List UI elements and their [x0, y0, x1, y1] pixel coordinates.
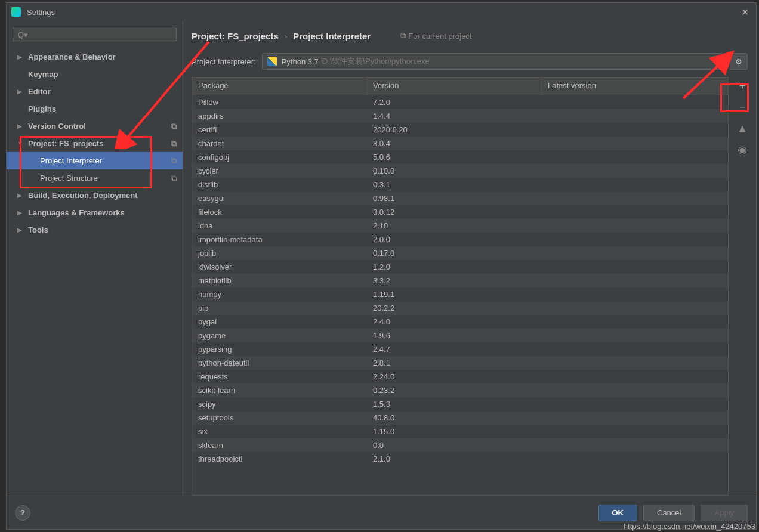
cell-package: matplotlib [192, 276, 367, 285]
dialog-body: Q▾ ▶Appearance & BehaviorKeymap▶EditorPl… [7, 21, 756, 496]
watermark: https://blog.csdn.net/weixin_42420753 [624, 522, 755, 531]
cell-package: idna [192, 221, 367, 230]
window-title: Settings [27, 8, 55, 17]
gear-icon: ⚙ [735, 57, 742, 66]
sidebar-item-editor[interactable]: ▶Editor [7, 83, 183, 100]
table-row[interactable]: setuptools40.8.0 [192, 411, 728, 425]
sidebar: Q▾ ▶Appearance & BehaviorKeymap▶EditorPl… [7, 21, 183, 496]
cell-version: 3.3.2 [367, 276, 542, 285]
breadcrumb: Project: FS_projects › Project Interpret… [183, 21, 756, 42]
cell-version: 1.15.0 [367, 427, 542, 436]
col-version[interactable]: Version [367, 78, 542, 95]
table-row[interactable]: importlib-metadata2.0.0 [192, 233, 728, 246]
cell-version: 20.2.2 [367, 304, 542, 313]
table-row[interactable]: cycler0.10.0 [192, 164, 728, 178]
sidebar-item-appearance-behavior[interactable]: ▶Appearance & Behavior [7, 48, 183, 66]
table-row[interactable]: threadpoolctl2.1.0 [192, 452, 728, 466]
cell-package: requests [192, 372, 367, 381]
table-row[interactable]: configobj5.0.6 [192, 150, 728, 164]
search-input[interactable]: Q▾ [13, 27, 177, 42]
show-early-releases-button[interactable]: ◉ [734, 141, 751, 158]
sidebar-item-project-structure[interactable]: Project Structure⧉ [7, 169, 183, 187]
upgrade-package-button[interactable]: ▲ [734, 120, 751, 137]
cell-version: 7.2.0 [367, 98, 542, 107]
content-pane: Project: FS_projects › Project Interpret… [183, 21, 756, 496]
cell-package: pip [192, 304, 367, 313]
table-row[interactable]: six1.15.0 [192, 425, 728, 438]
sidebar-item-label: Plugins [28, 104, 56, 113]
cell-package: numpy [192, 290, 367, 299]
cancel-button[interactable]: Cancel [643, 505, 695, 521]
close-icon[interactable]: ✕ [739, 4, 751, 20]
cell-version: 2020.6.20 [367, 125, 542, 134]
help-button[interactable]: ? [15, 505, 30, 521]
gear-button[interactable]: ⚙ [730, 53, 748, 70]
expand-arrow-icon: ▶ [17, 88, 24, 95]
cell-version: 2.8.1 [367, 358, 542, 367]
breadcrumb-project[interactable]: Project: FS_projects [192, 31, 279, 41]
settings-tree: ▶Appearance & BehaviorKeymap▶EditorPlugi… [7, 45, 183, 496]
table-row[interactable]: numpy1.19.1 [192, 287, 728, 301]
sidebar-item-project-interpreter[interactable]: Project Interpreter⧉ [7, 152, 183, 169]
table-header: Package Version Latest version [192, 78, 728, 95]
sidebar-item-build-execution-deployment[interactable]: ▶Build, Execution, Deployment [7, 187, 183, 204]
cell-package: distlib [192, 180, 367, 189]
interpreter-path: D:\软件安装\Python\python.exe [322, 56, 430, 67]
table-row[interactable]: certifi2020.6.20 [192, 123, 728, 137]
sidebar-item-keymap[interactable]: Keymap [7, 66, 183, 83]
cell-package: sklearn [192, 441, 367, 450]
remove-package-button[interactable]: － [734, 98, 751, 115]
table-body[interactable]: Pillow7.2.0appdirs1.4.4certifi2020.6.20c… [192, 95, 728, 495]
cell-version: 0.10.0 [367, 166, 542, 175]
copy-icon: ⧉ [400, 31, 406, 41]
add-package-button[interactable]: ＋ [734, 77, 751, 94]
sidebar-item-tools[interactable]: ▶Tools [7, 221, 183, 239]
sidebar-item-plugins[interactable]: Plugins [7, 100, 183, 117]
table-row[interactable]: distlib0.3.1 [192, 178, 728, 191]
cell-version: 2.4.7 [367, 345, 542, 354]
sidebar-item-project-fs-projects[interactable]: ▼Project: FS_projects⧉ [7, 135, 183, 152]
expand-arrow-icon: ▶ [17, 192, 24, 199]
interpreter-select[interactable]: Python 3.7 D:\软件安装\Python\python.exe ▼ [262, 53, 724, 70]
table-row[interactable]: chardet3.0.4 [192, 137, 728, 150]
sidebar-item-label: Version Control [28, 122, 86, 131]
interpreter-name: Python 3.7 [282, 57, 319, 66]
cell-package: python-dateutil [192, 358, 367, 367]
table-row[interactable]: idna2.10 [192, 219, 728, 233]
apply-button[interactable]: Apply [701, 505, 748, 521]
python-icon [267, 57, 277, 66]
table-row[interactable]: joblib0.17.0 [192, 246, 728, 260]
sidebar-item-version-control[interactable]: ▶Version Control⧉ [7, 117, 183, 135]
interpreter-label: Project Interpreter: [192, 57, 256, 66]
interpreter-row: Project Interpreter: Python 3.7 D:\软件安装\… [183, 42, 756, 77]
table-row[interactable]: filelock3.0.12 [192, 205, 728, 219]
table-row[interactable]: pyparsing2.4.7 [192, 342, 728, 356]
cell-package: appdirs [192, 112, 367, 120]
table-row[interactable]: kiwisolver1.2.0 [192, 260, 728, 274]
ok-button[interactable]: OK [598, 505, 638, 521]
table-row[interactable]: pygal2.4.0 [192, 315, 728, 329]
table-row[interactable]: appdirs1.4.4 [192, 109, 728, 123]
sidebar-item-languages-frameworks[interactable]: ▶Languages & Frameworks [7, 204, 183, 221]
col-latest[interactable]: Latest version [542, 78, 728, 95]
table-row[interactable]: python-dateutil2.8.1 [192, 356, 728, 370]
cell-version: 1.2.0 [367, 262, 542, 271]
table-row[interactable]: Pillow7.2.0 [192, 95, 728, 109]
table-row[interactable]: scipy1.5.3 [192, 397, 728, 411]
table-row[interactable]: pip20.2.2 [192, 301, 728, 315]
table-row[interactable]: sklearn0.0 [192, 438, 728, 452]
cell-package: setuptools [192, 413, 367, 422]
package-actions: ＋ － ▲ ◉ [729, 77, 756, 496]
table-row[interactable]: pygame1.9.6 [192, 329, 728, 342]
table-row[interactable]: requests2.24.0 [192, 370, 728, 383]
cell-version: 2.10 [367, 221, 542, 230]
table-row[interactable]: easygui0.98.1 [192, 191, 728, 205]
expand-arrow-icon: ▶ [17, 209, 24, 216]
cell-package: importlib-metadata [192, 235, 367, 244]
table-row[interactable]: scikit-learn0.23.2 [192, 383, 728, 397]
packages-table: Package Version Latest version Pillow7.2… [192, 77, 729, 496]
col-package[interactable]: Package [192, 78, 367, 95]
table-row[interactable]: matplotlib3.3.2 [192, 274, 728, 287]
cell-version: 3.0.4 [367, 139, 542, 148]
sidebar-item-label: Keymap [28, 70, 58, 79]
